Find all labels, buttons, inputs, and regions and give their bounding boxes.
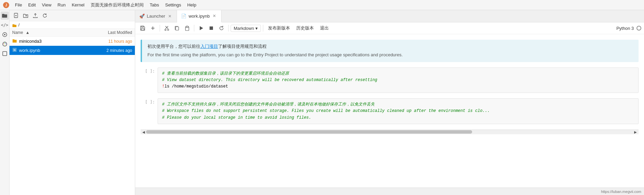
code-line-6: # Please do your local storage in time t… — [162, 115, 634, 121]
editor-area: 🚀 Launcher ✕ 📄 work.ipynb ✕ — [135, 10, 644, 195]
sort-arrow: ▲ — [25, 30, 30, 35]
file-item-miniconda3[interactable]: miniconda3 11 hours ago — [10, 37, 135, 46]
dropdown-arrow: ▾ — [255, 26, 258, 31]
svg-text:J: J — [5, 3, 7, 7]
code-path: ls /home/megstudio/dataset — [164, 84, 228, 89]
file-name: work.ipynb — [19, 48, 88, 53]
cell-type-dropdown[interactable]: Markdown ▾ — [231, 25, 261, 32]
notebook-toolbar: Markdown ▾ 发布新版本 历史版本 退出 Python 3 — [135, 22, 644, 34]
scrollbar-thumb[interactable] — [146, 130, 472, 134]
code-area-2[interactable]: # 工作区文件不支持持久保存，环境关闭后您创建的文件将会自动被清理，请及时在本地… — [158, 98, 639, 124]
svg-point-3 — [4, 34, 5, 35]
code-cell-2: [ ]: # 工作区文件不支持持久保存，环境关闭后您创建的文件将会自动被清理，请… — [141, 98, 639, 124]
file-list-header: Name ▲ Last Modified — [10, 29, 135, 37]
info-en-text: For the first time using the platform, y… — [147, 52, 633, 59]
svg-rect-26 — [176, 27, 179, 30]
tab-icon: 🚀 — [139, 14, 145, 19]
modified-column-header[interactable]: Last Modified — [88, 30, 132, 35]
history-btn[interactable]: 历史版本 — [293, 24, 317, 32]
cell-body-2[interactable]: # 工作区文件不支持持久保存，环境关闭后您创建的文件将会自动被清理，请及时在本地… — [158, 98, 639, 124]
info-cell: 初次使用平台，您可以前往入门项目了解项目使用规范和流程 For the firs… — [141, 40, 639, 62]
cell-prompt-1: [ ]: — [141, 67, 158, 74]
menu-file[interactable]: File — [12, 2, 25, 8]
code-line-2: # View dataset directory. This directory… — [162, 77, 634, 83]
refresh-btn[interactable] — [41, 12, 49, 20]
menu-run[interactable]: Run — [55, 2, 68, 8]
svg-text:N: N — [14, 48, 16, 52]
sidebar-circle-btn[interactable] — [1, 31, 9, 39]
file-panel: / Name ▲ Last Modified miniconda3 11 hou… — [10, 10, 135, 195]
horizontal-scrollbar[interactable]: ◀ ▶ — [141, 130, 639, 134]
svg-point-6 — [4, 43, 5, 43]
run-btn[interactable] — [196, 24, 206, 33]
menu-edit[interactable]: Edit — [25, 2, 38, 8]
tab-label: work.ipynb — [189, 14, 210, 19]
add-cell-btn[interactable] — [148, 24, 158, 33]
restart-btn[interactable] — [217, 24, 226, 33]
file-toolbar — [10, 10, 135, 21]
app-layout: </> — [0, 10, 644, 195]
copy-btn[interactable] — [172, 24, 182, 33]
toolbar-separator-1 — [160, 25, 160, 32]
tab-bar: 🚀 Launcher ✕ 📄 work.ipynb ✕ — [135, 10, 644, 22]
file-list: miniconda3 11 hours ago N work.ipynb 2 m… — [10, 37, 135, 195]
sidebar-folder-btn[interactable] — [1, 12, 9, 20]
svg-rect-29 — [186, 26, 188, 27]
toolbar-separator-3 — [228, 25, 229, 32]
breadcrumb: / — [10, 21, 135, 29]
status-url: https://luban.megvii.com — [601, 190, 641, 194]
tab-close-work[interactable]: ✕ — [212, 13, 217, 19]
svg-rect-9 — [3, 52, 7, 56]
code-area-1[interactable]: # 查看当前挂载的数据集目录，该目录下的变更重启环境后会自动还原 # View … — [158, 67, 639, 93]
menu-help[interactable]: Help — [184, 2, 199, 8]
code-line-4: # 工作区文件不支持持久保存，环境关闭后您创建的文件将会自动被清理，请及时在本地… — [162, 101, 634, 108]
cell-type-label: Markdown — [234, 26, 254, 31]
app-logo: J — [3, 2, 10, 8]
info-zh-text: 初次使用平台，您可以前往入门项目了解项目使用规范和流程 — [147, 43, 633, 50]
menu-tabs[interactable]: Tabs — [147, 2, 162, 8]
notebook-icon: N — [12, 47, 17, 53]
tab-launcher[interactable]: 🚀 Launcher ✕ — [135, 10, 177, 22]
name-column-header[interactable]: Name ▲ — [12, 30, 88, 35]
toolbar-separator-2 — [194, 25, 194, 32]
svg-point-24 — [165, 29, 166, 31]
tab-close-launcher[interactable]: ✕ — [167, 14, 173, 19]
file-modified-time: 11 hours ago — [88, 39, 132, 44]
svg-point-5 — [3, 43, 4, 44]
sidebar-square-btn[interactable] — [1, 50, 9, 58]
cut-btn[interactable] — [162, 24, 172, 33]
upload-btn[interactable] — [31, 12, 39, 20]
stop-btn[interactable] — [207, 24, 216, 33]
info-zh-part2: 了解项目使用规范和流程 — [218, 44, 267, 49]
sidebar-palette-btn[interactable] — [1, 40, 9, 48]
new-folder-btn[interactable] — [22, 12, 30, 20]
menu-view[interactable]: View — [39, 2, 54, 8]
scroll-right-arrow[interactable]: ▶ — [633, 130, 638, 134]
svg-rect-18 — [141, 28, 144, 30]
menu-timeout[interactable]: 页面无操作后环境终止时间 — [88, 1, 146, 9]
code-line-3: !ls /home/megstudio/dataset — [162, 83, 634, 90]
code-line-5: # Workspace files do not support persist… — [162, 108, 634, 114]
publish-btn[interactable]: 发布新版本 — [265, 24, 293, 32]
scroll-left-arrow[interactable]: ◀ — [141, 130, 146, 134]
icon-sidebar: </> — [0, 10, 10, 195]
sidebar-code-btn[interactable]: </> — [1, 21, 9, 29]
tab-work[interactable]: 📄 work.ipynb ✕ — [177, 10, 221, 22]
menu-settings[interactable]: Settings — [162, 2, 184, 8]
exit-btn[interactable]: 退出 — [317, 24, 332, 32]
paste-btn[interactable] — [182, 24, 192, 33]
tab-icon: 📄 — [181, 14, 186, 19]
menu-kernel[interactable]: Kernel — [69, 2, 87, 8]
info-link[interactable]: 入门项目 — [200, 44, 218, 49]
svg-point-7 — [5, 43, 6, 44]
kernel-status-indicator — [637, 26, 641, 31]
new-file-btn[interactable] — [12, 12, 20, 20]
svg-point-8 — [4, 45, 5, 45]
file-modified-time: 2 minutes ago — [88, 48, 132, 53]
menubar: J File Edit View Run Kernel 页面无操作后环境终止时间… — [0, 0, 644, 10]
svg-marker-30 — [200, 26, 203, 30]
info-zh-part1: 初次使用平台，您可以前往 — [147, 44, 200, 49]
file-item-work[interactable]: N work.ipynb 2 minutes ago — [10, 46, 135, 55]
save-btn[interactable] — [138, 24, 147, 33]
cell-body-1[interactable]: # 查看当前挂载的数据集目录，该目录下的变更重启环境后会自动还原 # View … — [158, 67, 639, 93]
